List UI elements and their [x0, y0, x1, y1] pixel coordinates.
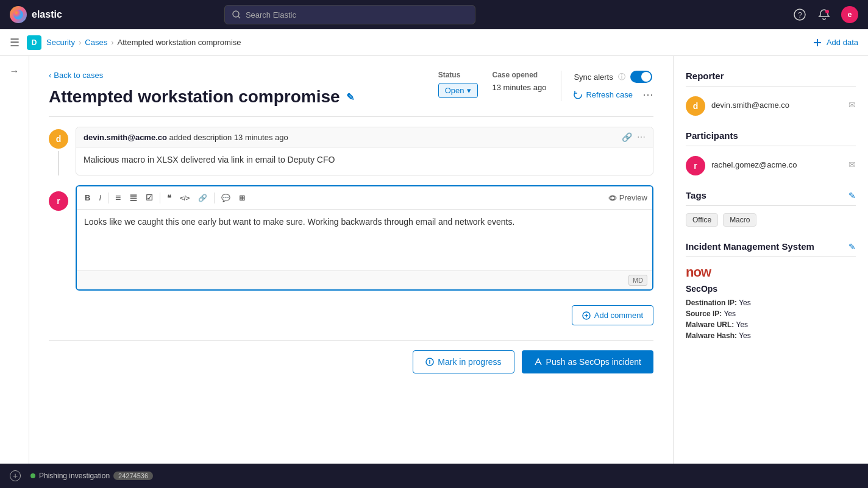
top-nav: elastic Search Elastic ? e [0, 0, 868, 29]
search-icon [232, 10, 241, 19]
case-opened-block: Case opened 13 minutes ago [493, 71, 547, 92]
participants-title: Participants [686, 130, 738, 141]
add-comment-row: Add comment [49, 305, 653, 325]
comment-body: Malicious macro in XLSX delivered via li… [76, 147, 653, 172]
ims-field-3: Malware Hash: Yes [686, 331, 856, 340]
checkbox-btn[interactable]: ☑ [143, 191, 156, 204]
breadcrumb-bar: ☰ D Security › Cases › Attempted worksta… [0, 29, 868, 56]
user-avatar[interactable]: e [841, 6, 858, 23]
main-layout: → ‹ Back to cases Attempted workstation … [0, 56, 868, 488]
reporter-row: d devin.smith@acme.co ✉ [686, 94, 856, 116]
search-placeholder: Search Elastic [246, 10, 296, 19]
notification-icon[interactable] [817, 7, 831, 22]
sync-area: Sync alerts ⓘ Refresh case [561, 71, 653, 101]
now-logo: now [686, 264, 856, 280]
participant-avatar-0: r [686, 156, 705, 175]
toolbar-sep-3 [214, 193, 215, 203]
commenter-avatar-d: d [49, 129, 68, 149]
case-title-area: ‹ Back to cases Attempted workstation co… [49, 71, 438, 107]
svg-line-2 [238, 16, 240, 18]
sync-actions: Refresh case ⋯ [574, 88, 653, 101]
workspace-badge: D [27, 35, 41, 50]
svg-rect-7 [814, 42, 821, 43]
preview-btn[interactable]: Preview [608, 193, 647, 202]
svg-point-1 [233, 11, 239, 17]
svg-point-8 [611, 196, 614, 200]
link-btn[interactable]: 🔗 [195, 192, 210, 204]
ims-header: Incident Management System ✎ [686, 241, 856, 257]
add-comment-btn[interactable]: Add comment [572, 305, 653, 325]
breadcrumb-sep-2: › [111, 38, 113, 47]
participant-row-0: r rachel.gomez@acme.co ✉ [686, 154, 856, 175]
sync-toggle[interactable] [630, 71, 652, 83]
toggle-knob [641, 72, 651, 82]
comment-header: devin.smith@acme.co added description 13… [76, 127, 653, 147]
sidebar-toggle: → [0, 56, 29, 488]
tags-row: Office Macro [686, 213, 856, 227]
app-name: elastic [32, 9, 62, 20]
sidebar-toggle-icon[interactable]: → [10, 66, 20, 77]
breadcrumb-current: Attempted workstation compromise [118, 38, 241, 47]
push-secops-btn[interactable]: Push as SecOps incident [522, 350, 653, 373]
ims-block: now SecOps Destination IP: Yes Source IP… [686, 264, 856, 340]
participant-email-icon-0[interactable]: ✉ [848, 160, 856, 169]
quote-btn[interactable]: ❝ [164, 191, 174, 204]
italic-btn[interactable]: I [96, 191, 104, 204]
reporter-section: Reporter d devin.smith@acme.co ✉ [686, 71, 856, 116]
app-logo[interactable]: elastic [10, 6, 62, 23]
toolbar-sep-2 [160, 193, 160, 203]
more-options-btn[interactable]: ⋯ [642, 88, 653, 101]
case-opened-label: Case opened [493, 71, 547, 79]
ims-edit-icon[interactable]: ✎ [848, 242, 856, 252]
svg-point-5 [825, 10, 829, 13]
current-user-avatar: r [49, 191, 68, 211]
case-meta-right: Status Open ▾ Case opened 13 minutes ago… [438, 71, 653, 101]
link-icon[interactable]: 🔗 [622, 132, 632, 142]
top-nav-right: ? e [792, 6, 858, 23]
code-btn[interactable]: </> [177, 193, 193, 203]
hamburger-menu[interactable]: ☰ [10, 36, 20, 49]
editor-footer: MD [77, 271, 652, 289]
global-search[interactable]: Search Elastic [224, 5, 475, 24]
status-bar: + Phishing investigation 24274536 [0, 464, 868, 488]
tag-1: Macro [723, 213, 756, 227]
breadcrumb-sep-1: › [79, 38, 81, 47]
case-title-edit-icon[interactable]: ✎ [346, 91, 354, 103]
unordered-list-btn[interactable]: ≡ [112, 191, 124, 205]
comment-btn[interactable]: 💬 [218, 192, 233, 204]
ordered-list-btn[interactable]: ≣ [126, 190, 140, 205]
sync-info-icon[interactable]: ⓘ [618, 72, 625, 82]
status-badge[interactable]: Open ▾ [438, 83, 478, 98]
tags-edit-icon[interactable]: ✎ [848, 191, 856, 200]
participants-header: Participants [686, 130, 856, 146]
reporter-email-icon[interactable]: ✉ [848, 100, 856, 110]
reporter-header: Reporter [686, 71, 856, 87]
add-data-btn[interactable]: Add data [813, 38, 858, 47]
table-btn[interactable]: ⊞ [236, 192, 248, 204]
comment-more-icon[interactable]: ⋯ [637, 132, 646, 142]
status-label: Status [438, 71, 478, 79]
comment-content: devin.smith@acme.co added description 13… [76, 127, 653, 175]
right-panel: Reporter d devin.smith@acme.co ✉ Partici… [673, 56, 868, 488]
refresh-case-btn[interactable]: Refresh case [574, 90, 633, 99]
back-to-cases[interactable]: ‹ Back to cases [49, 71, 438, 80]
svg-point-0 [13, 10, 23, 19]
comment-time: 13 minutes ago [234, 133, 288, 142]
help-icon[interactable]: ? [792, 7, 807, 22]
breadcrumb-security[interactable]: Security [46, 38, 75, 47]
bold-btn[interactable]: B [82, 191, 93, 204]
mark-in-progress-btn[interactable]: Mark in progress [413, 350, 514, 373]
editor-body[interactable]: Looks like we caught this one early but … [77, 210, 652, 271]
status-dot [30, 473, 35, 478]
sync-row: Sync alerts ⓘ [574, 71, 653, 83]
reporter-name: devin.smith@acme.co [711, 101, 842, 110]
main-content: ‹ Back to cases Attempted workstation co… [29, 56, 673, 488]
sync-alerts-label: Sync alerts [574, 72, 613, 82]
breadcrumb-cases[interactable]: Cases [85, 38, 107, 47]
status-tab-0[interactable]: Phishing investigation 24274536 [30, 472, 153, 480]
ims-field-2: Malware URL: Yes [686, 320, 856, 329]
comment-action: added description [169, 133, 234, 142]
action-row: Mark in progress Push as SecOps incident [49, 340, 653, 373]
editor-toolbar: B I ≡ ≣ ☑ ❝ </> 🔗 💬 ⊞ [77, 186, 652, 210]
add-tab-btn[interactable]: + [10, 470, 21, 481]
